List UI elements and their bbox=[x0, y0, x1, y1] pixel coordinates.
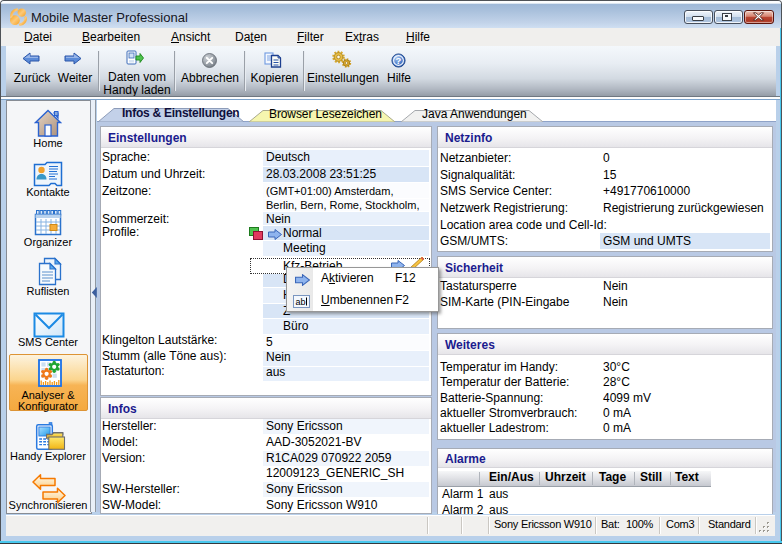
svg-text:ab: ab bbox=[296, 297, 306, 307]
svg-text:?: ? bbox=[396, 55, 402, 66]
